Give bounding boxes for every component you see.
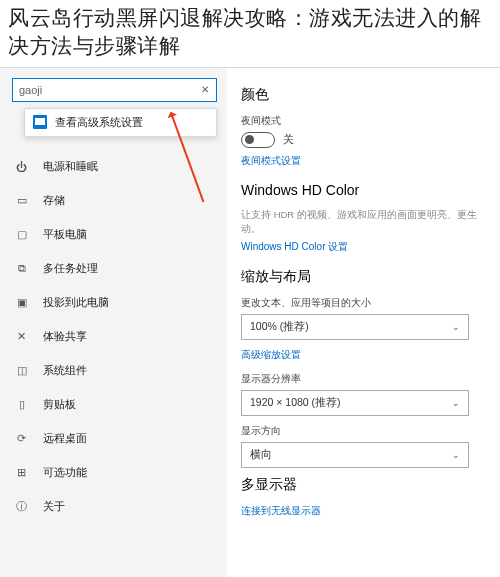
settings-app: ✕ 查看高级系统设置 ⏻电源和睡眠 ▭存储 ▢平板电脑 ⧉多任务处理 ▣投影到此… [0,67,500,577]
sidebar-item-clipboard[interactable]: ▯剪贴板 [0,388,227,422]
sidebar-item-label: 剪贴板 [43,397,76,412]
sidebar: ✕ 查看高级系统设置 ⏻电源和睡眠 ▭存储 ▢平板电脑 ⧉多任务处理 ▣投影到此… [0,68,227,577]
sidebar-item-tablet[interactable]: ▢平板电脑 [0,218,227,252]
search-container: ✕ 查看高级系统设置 [12,78,217,102]
sidebar-item-label: 多任务处理 [43,261,98,276]
sidebar-item-label: 系统组件 [43,363,87,378]
clipboard-icon: ▯ [14,397,29,412]
sidebar-item-multitask[interactable]: ⧉多任务处理 [0,252,227,286]
sidebar-item-project[interactable]: ▣投影到此电脑 [0,286,227,320]
sidebar-item-optional[interactable]: ⊞可选功能 [0,456,227,490]
night-mode-settings-link[interactable]: 夜间模式设置 [241,154,494,168]
search-input[interactable] [12,78,217,102]
section-hdcolor-heading: Windows HD Color [241,182,494,198]
res-value: 1920 × 1080 (推荐) [250,396,341,410]
sidebar-item-label: 关于 [43,499,65,514]
sidebar-item-about[interactable]: ⓘ关于 [0,490,227,524]
search-result-item[interactable]: 查看高级系统设置 [25,109,216,136]
sidebar-item-components[interactable]: ◫系统组件 [0,354,227,388]
sidebar-item-remote[interactable]: ⟳远程桌面 [0,422,227,456]
hdcolor-desc: 让支持 HDR 的视频、游戏和应用的画面更明亮、更生动。 [241,208,494,237]
optional-icon: ⊞ [14,465,29,480]
wireless-display-link[interactable]: 连接到无线显示器 [241,504,494,518]
orient-label: 显示方向 [241,424,494,438]
sidebar-item-label: 远程桌面 [43,431,87,446]
toggle-knob [245,135,254,144]
chevron-down-icon: ⌄ [452,398,460,408]
night-mode-state: 关 [283,133,294,147]
orientation-combo[interactable]: 横向 ⌄ [241,442,469,468]
advanced-scale-link[interactable]: 高级缩放设置 [241,348,494,362]
share-icon: ✕ [14,329,29,344]
chevron-down-icon: ⌄ [452,450,460,460]
content-panel: 颜色 夜间模式 关 夜间模式设置 Windows HD Color 让支持 HD… [227,68,500,577]
hdcolor-settings-link[interactable]: Windows HD Color 设置 [241,240,494,254]
remote-icon: ⟳ [14,431,29,446]
resolution-combo[interactable]: 1920 × 1080 (推荐) ⌄ [241,390,469,416]
sidebar-item-label: 电源和睡眠 [43,159,98,174]
sidebar-item-label: 投影到此电脑 [43,295,109,310]
orient-value: 横向 [250,448,272,462]
size-value: 100% (推荐) [250,320,309,334]
size-combo[interactable]: 100% (推荐) ⌄ [241,314,469,340]
monitor-icon [33,115,47,129]
res-label: 显示器分辨率 [241,372,494,386]
sidebar-nav: ⏻电源和睡眠 ▭存储 ▢平板电脑 ⧉多任务处理 ▣投影到此电脑 ✕体验共享 ◫系… [0,150,227,524]
about-icon: ⓘ [14,499,29,514]
page-title: 风云岛行动黑屏闪退解决攻略：游戏无法进入的解决方法与步骤详解 [0,0,500,67]
components-icon: ◫ [14,363,29,378]
clear-search-icon[interactable]: ✕ [201,84,209,95]
multitask-icon: ⧉ [14,261,29,276]
tablet-icon: ▢ [14,227,29,242]
search-dropdown: 查看高级系统设置 [24,108,217,137]
project-icon: ▣ [14,295,29,310]
sidebar-item-label: 平板电脑 [43,227,87,242]
sidebar-item-share[interactable]: ✕体验共享 [0,320,227,354]
power-icon: ⏻ [14,159,29,174]
chevron-down-icon: ⌄ [452,322,460,332]
storage-icon: ▭ [14,193,29,208]
section-multi-heading: 多显示器 [241,476,494,494]
sidebar-item-label: 体验共享 [43,329,87,344]
search-result-label: 查看高级系统设置 [55,115,143,130]
sidebar-item-label: 可选功能 [43,465,87,480]
size-label: 更改文本、应用等项目的大小 [241,296,494,310]
section-scale-heading: 缩放与布局 [241,268,494,286]
sidebar-item-label: 存储 [43,193,65,208]
section-color-heading: 颜色 [241,86,494,104]
night-mode-label: 夜间模式 [241,114,494,128]
sidebar-item-storage[interactable]: ▭存储 [0,184,227,218]
night-mode-toggle[interactable] [241,132,275,148]
